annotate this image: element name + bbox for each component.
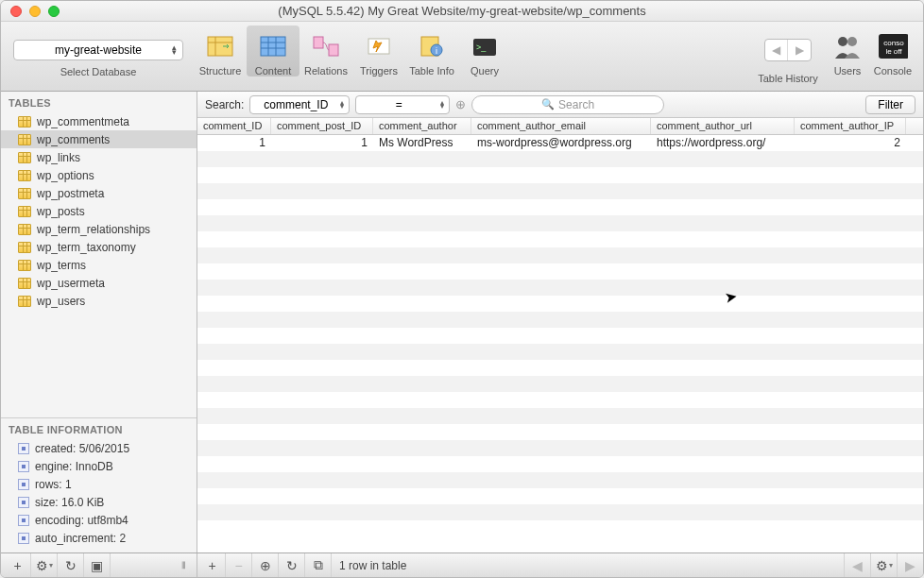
empty-row [197, 424, 923, 440]
empty-row [197, 151, 923, 167]
column-header[interactable]: comment_author_IP [795, 118, 906, 134]
search-bar: Search: comment_ID ▴▾ = ▴▾ ⊕ 🔍 Search Fi… [197, 92, 923, 118]
column-header[interactable]: comment_author_email [471, 118, 651, 134]
content-refresh-button[interactable]: ↻ [279, 553, 305, 577]
sidebar: TABLES wp_commentmetawp_commentswp_links… [1, 92, 197, 552]
magnifier-icon: 🔍 [541, 98, 555, 110]
database-selector[interactable]: my-great-website ▴▾ [13, 40, 183, 60]
tab-query[interactable]: >_ Query [458, 26, 511, 76]
content-pane: Search: comment_ID ▴▾ = ▴▾ ⊕ 🔍 Search Fi… [197, 92, 923, 552]
close-icon[interactable] [10, 6, 22, 17]
window-title: (MySQL 5.5.42) My Great Website/my-great… [1, 4, 923, 18]
chevron-updown-icon: ▴▾ [440, 101, 444, 109]
info-icon [18, 497, 29, 508]
chevron-updown-icon: ▴▾ [340, 101, 344, 109]
tableinfo-item: size: 16.0 KiB [1, 493, 197, 511]
info-icon [18, 479, 29, 490]
table-icon [18, 188, 31, 199]
filter-button[interactable]: Filter [865, 95, 915, 114]
toolbar-right: ◀ ▶ Table History Users console off Cons… [751, 26, 915, 91]
database-selected-label: my-great-website [55, 43, 142, 57]
svg-text:le off: le off [885, 47, 902, 56]
tab-structure[interactable]: Structure [194, 26, 247, 76]
empty-row [197, 504, 923, 520]
page-prev-button[interactable]: ◀ [844, 553, 870, 577]
table-icon [18, 242, 31, 253]
empty-row [197, 231, 923, 247]
duplicate-row-button[interactable]: ⊕ [252, 553, 279, 577]
search-input[interactable]: 🔍 Search [471, 95, 663, 114]
info-icon [18, 515, 29, 526]
bottom-bar: + ⚙▾ ↻ ▣ ⦀ + − ⊕ ↻ ⧉ 1 row in table ◀ ⚙▾… [1, 552, 923, 577]
empty-row [197, 296, 923, 312]
table-item-wp_options[interactable]: wp_options [1, 166, 197, 184]
empty-row [197, 488, 923, 504]
search-label: Search: [205, 98, 244, 111]
empty-row [197, 328, 923, 344]
table-item-wp_usermeta[interactable]: wp_usermeta [1, 274, 197, 292]
table-item-wp_links[interactable]: wp_links [1, 148, 197, 166]
history-back-icon[interactable]: ◀ [765, 40, 788, 60]
empty-row [197, 472, 923, 488]
history-nav[interactable]: ◀ ▶ [764, 39, 812, 61]
sidebar-columns-icon[interactable]: ⦀ [170, 553, 197, 577]
history-forward-icon[interactable]: ▶ [788, 40, 811, 60]
empty-row [197, 360, 923, 376]
zoom-icon[interactable] [48, 6, 60, 17]
svg-point-16 [838, 37, 847, 46]
tab-tableinfo[interactable]: i Table Info [405, 26, 458, 76]
users-button[interactable]: Users [829, 26, 866, 76]
empty-row [197, 376, 923, 392]
column-header[interactable]: comment_ID [197, 118, 271, 134]
copy-button[interactable]: ⧉ [305, 553, 332, 577]
remove-row-button[interactable]: − [226, 553, 252, 577]
empty-row [197, 167, 923, 183]
database-selector-caption: Select Database [60, 66, 137, 77]
data-grid[interactable]: comment_IDcomment_post_IDcomment_authorc… [197, 118, 923, 552]
console-button[interactable]: console off Console [870, 26, 915, 76]
table-icon [18, 170, 31, 181]
empty-row [197, 264, 923, 280]
table-item-wp_comments[interactable]: wp_comments [1, 130, 197, 148]
tables-list: wp_commentmetawp_commentswp_linkswp_opti… [1, 112, 197, 310]
sidebar-refresh-button[interactable]: ↻ [58, 553, 84, 577]
table-item-wp_postmeta[interactable]: wp_postmeta [1, 184, 197, 202]
status-text: 1 row in table [332, 559, 844, 572]
sidebar-gear-button[interactable]: ⚙▾ [31, 553, 58, 577]
table-icon [18, 134, 31, 145]
add-row-button[interactable]: + [199, 553, 226, 577]
table-history[interactable]: ◀ ▶ Table History [751, 26, 825, 84]
add-filter-icon[interactable]: ⊕ [455, 97, 466, 111]
table-icon [18, 260, 31, 271]
table-row[interactable]: 11Ms WordPressms-wordpress@wordpress.org… [197, 135, 923, 151]
sidebar-bottom-controls: + ⚙▾ ↻ ▣ ⦀ [1, 553, 197, 577]
minimize-icon[interactable] [29, 6, 41, 17]
table-item-wp_term_relationships[interactable]: wp_term_relationships [1, 220, 197, 238]
table-item-wp_term_taxonomy[interactable]: wp_term_taxonomy [1, 238, 197, 256]
table-item-wp_users[interactable]: wp_users [1, 292, 197, 310]
search-operator-select[interactable]: = ▴▾ [355, 95, 450, 114]
table-icon [18, 296, 31, 307]
svg-rect-3 [261, 37, 285, 56]
search-field-select[interactable]: comment_ID ▴▾ [249, 95, 350, 114]
content-gear-button[interactable]: ⚙▾ [870, 553, 897, 577]
table-item-wp_commentmeta[interactable]: wp_commentmeta [1, 112, 197, 130]
tab-content[interactable]: Content [247, 26, 299, 76]
tableinfo-item: rows: 1 [1, 475, 197, 493]
add-table-button[interactable]: + [5, 553, 31, 577]
column-header[interactable]: comment_author [373, 118, 471, 134]
table-item-wp_posts[interactable]: wp_posts [1, 202, 197, 220]
column-header[interactable]: comment_author_url [651, 118, 795, 134]
empty-row [197, 456, 923, 472]
tableinfo-header: TABLE INFORMATION [1, 418, 197, 439]
page-next-button[interactable]: ▶ [897, 553, 923, 577]
tab-relations[interactable]: Relations [299, 26, 352, 76]
empty-row [197, 520, 923, 536]
svg-text:>_: >_ [476, 42, 487, 52]
tab-triggers[interactable]: Triggers [352, 26, 405, 76]
sidebar-toggle-button[interactable]: ▣ [84, 553, 111, 577]
info-icon [18, 461, 29, 472]
table-item-wp_terms[interactable]: wp_terms [1, 256, 197, 274]
column-header[interactable]: comment_post_ID [271, 118, 373, 134]
svg-rect-8 [314, 37, 323, 48]
